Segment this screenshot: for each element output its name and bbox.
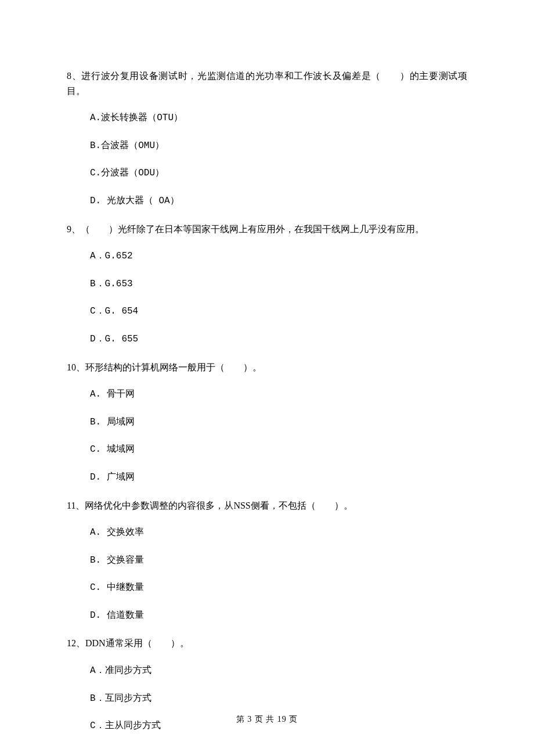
question-8-option-d: D. 光放大器（ OA） [67,194,467,209]
question-10-option-d: D. 广域网 [67,470,467,485]
question-11-stem: 11、网络优化中参数调整的内容很多，从NSS侧看，不包括（ ）。 [67,498,467,513]
question-8-option-b: B.合波器（OMU） [67,139,467,154]
question-12-option-b: B．互同步方式 [67,692,467,707]
question-10-option-c: C. 城域网 [67,442,467,458]
question-10-stem: 10、环形结构的计算机网络一般用于（ ）。 [67,360,467,375]
question-9-option-c: C．G. 654 [67,304,467,319]
question-10-option-b: B. 局域网 [67,415,467,430]
question-9-option-a: A．G.652 [67,249,467,264]
document-page: 8、进行波分复用设备测试时，光监测信道的光功率和工作波长及偏差是（ ）的主要测试… [0,0,534,756]
question-11-option-d: D. 信道数量 [67,609,467,624]
question-11-option-c: C. 中继数量 [67,581,467,596]
question-9-option-d: D．G. 655 [67,332,467,347]
question-8-option-c: C.分波器（ODU） [67,166,467,181]
question-11-option-b: B. 交换容量 [67,553,467,568]
question-8-stem: 8、进行波分复用设备测试时，光监测信道的光功率和工作波长及偏差是（ ）的主要测试… [67,69,467,98]
page-footer: 第 3 页 共 19 页 [0,713,534,726]
question-11-option-a: A. 交换效率 [67,525,467,541]
question-12-stem: 12、DDN通常采用（ ）。 [67,636,467,651]
question-9-stem: 9、（ ）光纤除了在日本等国家干线网上有应用外，在我国干线网上几乎没有应用。 [67,222,467,237]
question-12-option-a: A．准同步方式 [67,664,467,679]
question-9-option-b: B．G.653 [67,277,467,292]
question-8-option-a: A.波长转换器（OTU） [67,111,467,126]
question-10-option-a: A. 骨干网 [67,387,467,402]
